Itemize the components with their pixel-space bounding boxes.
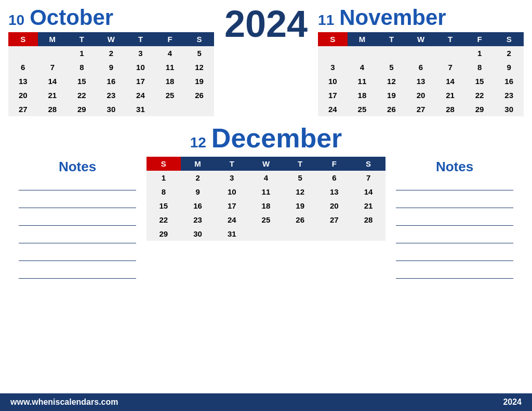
year-display: 2024 xyxy=(224,5,308,43)
notes-line xyxy=(19,181,136,190)
col-header-m: M xyxy=(38,32,68,46)
calendar-cell: 24 xyxy=(126,88,155,102)
calendar-cell: 22 xyxy=(67,88,97,102)
calendar-cell: 11 xyxy=(155,60,185,74)
calendar-cell: 20 xyxy=(317,199,352,213)
calendar-cell: 23 xyxy=(97,88,126,102)
calendar-cell: 10 xyxy=(215,185,249,199)
col-header-s: S xyxy=(318,32,348,46)
col-header-f: F xyxy=(317,157,352,171)
december-section: 12 December xyxy=(8,122,524,156)
notes-line xyxy=(19,199,136,208)
col-header-t: T xyxy=(215,157,249,171)
calendar-cell: 5 xyxy=(377,60,406,74)
december-name: December xyxy=(211,122,342,154)
calendar-cell: 15 xyxy=(147,199,181,213)
october-calendar: SMTWTFS 12345678910111213141516171819202… xyxy=(8,32,214,116)
calendar-cell: 14 xyxy=(351,185,385,199)
calendar-cell: 30 xyxy=(181,227,215,241)
col-header-s: S xyxy=(8,32,38,46)
october-name: October xyxy=(30,5,113,30)
bottom-section: Notes SMTWTFS 12345678910111213141516171… xyxy=(8,157,524,389)
calendar-cell xyxy=(249,227,283,241)
calendar-cell: 3 xyxy=(215,171,249,185)
october-number: 10 xyxy=(8,12,24,29)
col-header-t: T xyxy=(283,157,317,171)
notes-line xyxy=(19,269,136,279)
calendar-cell: 17 xyxy=(215,199,249,213)
table-row: 293031 xyxy=(147,227,385,241)
table-row: 891011121314 xyxy=(147,185,385,199)
calendar-cell xyxy=(38,46,68,60)
december-header: 12 December xyxy=(190,122,342,154)
calendar-cell: 4 xyxy=(249,171,283,185)
calendar-cell: 4 xyxy=(348,60,377,74)
calendar-cell: 25 xyxy=(249,213,283,227)
notes-line xyxy=(396,252,513,261)
calendar-cell: 18 xyxy=(249,199,283,213)
calendar-cell: 29 xyxy=(465,102,495,116)
col-header-w: W xyxy=(249,157,283,171)
calendar-cell: 2 xyxy=(181,171,215,185)
left-notes-panel: Notes xyxy=(8,157,147,279)
calendar-cell: 14 xyxy=(435,74,465,88)
left-notes-title: Notes xyxy=(59,159,96,175)
calendar-cell: 20 xyxy=(8,88,38,102)
table-row: 17181920212223 xyxy=(318,88,524,102)
calendar-cell: 31 xyxy=(126,102,155,116)
calendar-cell: 11 xyxy=(348,74,377,88)
calendar-cell: 9 xyxy=(181,185,215,199)
col-header-w: W xyxy=(406,32,436,46)
notes-line xyxy=(19,234,136,243)
november-number: 11 xyxy=(318,12,334,29)
col-header-s: S xyxy=(494,32,524,46)
table-row: 13141516171819 xyxy=(8,74,214,88)
calendar-cell: 7 xyxy=(351,171,385,185)
calendar-cell: 27 xyxy=(317,213,352,227)
calendar-cell: 23 xyxy=(181,213,215,227)
calendar-cell: 8 xyxy=(465,60,495,74)
col-header-t: T xyxy=(435,32,465,46)
notes-line xyxy=(396,234,513,243)
calendar-cell: 18 xyxy=(348,88,377,102)
calendar-cell: 1 xyxy=(147,171,181,185)
col-header-m: M xyxy=(181,157,215,171)
calendar-cell: 1 xyxy=(465,46,495,60)
calendar-cell: 16 xyxy=(494,74,524,88)
calendar-cell: 2 xyxy=(97,46,126,60)
calendar-cell: 10 xyxy=(126,60,155,74)
right-notes-lines xyxy=(396,181,513,279)
calendar-cell: 5 xyxy=(184,46,214,60)
calendar-cell: 29 xyxy=(147,227,181,241)
calendar-cell: 15 xyxy=(67,74,97,88)
calendar-cell: 26 xyxy=(283,213,317,227)
calendar-cell: 3 xyxy=(126,46,155,60)
col-header-t: T xyxy=(126,32,155,46)
calendar-cell: 12 xyxy=(377,74,406,88)
calendar-cell: 12 xyxy=(283,185,317,199)
table-row: 15161718192021 xyxy=(147,199,385,213)
november-header: 11 November xyxy=(318,5,524,30)
calendar-cell: 28 xyxy=(435,102,465,116)
top-row: 10 October SMTWTFS 123456789101112131415… xyxy=(8,5,524,116)
calendar-cell: 2 xyxy=(494,46,524,60)
col-header-t: T xyxy=(377,32,406,46)
table-row: 12 xyxy=(318,46,524,60)
calendar-cell: 24 xyxy=(318,102,348,116)
calendar-cell: 28 xyxy=(38,102,68,116)
calendar-cell: 22 xyxy=(465,88,495,102)
calendar-cell: 6 xyxy=(406,60,436,74)
calendar-cell: 19 xyxy=(184,74,214,88)
footer-url: www.wheniscalendars.com xyxy=(10,398,118,407)
calendar-cell: 11 xyxy=(249,185,283,199)
calendar-cell: 30 xyxy=(494,102,524,116)
col-header-s: S xyxy=(184,32,214,46)
calendar-cell xyxy=(184,102,214,116)
notes-line xyxy=(396,216,513,226)
december-number: 12 xyxy=(190,134,206,151)
calendar-cell: 23 xyxy=(494,88,524,102)
calendar-cell: 6 xyxy=(8,60,38,74)
calendar-cell: 17 xyxy=(318,88,348,102)
calendar-cell: 9 xyxy=(494,60,524,74)
calendar-cell: 5 xyxy=(283,171,317,185)
